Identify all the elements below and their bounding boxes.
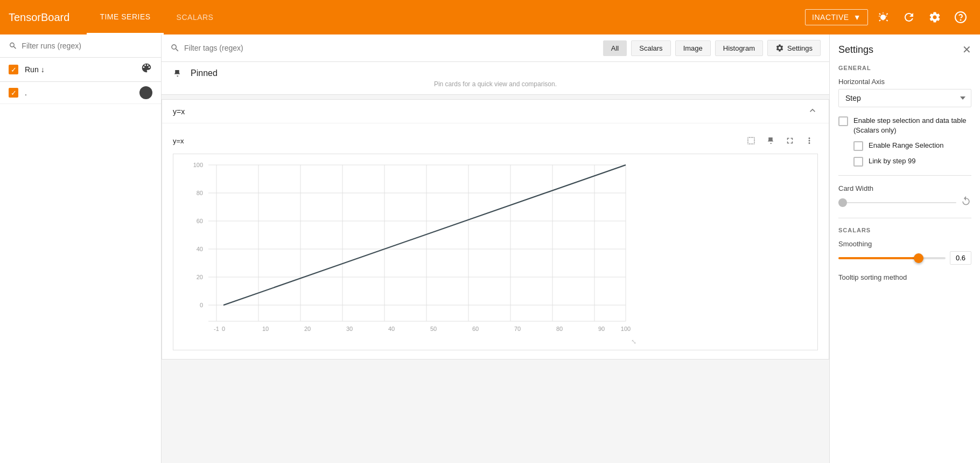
settings-btn-icon [775,44,784,52]
line-chart: 100 80 60 40 20 0 -1 0 10 20 30 [173,154,636,348]
sidebar-search-container [0,34,161,58]
runs-label: Run ↓ [25,65,45,74]
svg-text:40: 40 [388,326,395,332]
run-select-all-checkbox[interactable]: ✓ [9,65,18,74]
pinned-subtext: Pin cards for a quick view and compariso… [172,80,818,88]
chart-section-header: y=x [162,100,829,123]
svg-text:90: 90 [598,326,605,332]
pinned-header: Pinned [172,68,818,78]
svg-text:10: 10 [262,326,269,332]
chart-card-title: y=x [173,137,184,145]
svg-text:80: 80 [197,190,203,196]
sidebar: ✓ Run ↓ ✓ . [0,34,162,463]
horizontal-axis-select[interactable]: Step Relative Wall [838,89,971,107]
navbar: TensorBoard TIME SERIES SCALARS INACTIVE… [0,0,980,34]
tooltip-sorting-section: Tooltip sorting method [838,273,971,281]
settings-divider-1 [838,175,971,176]
enable-step-selection-checkbox[interactable] [838,116,848,126]
chart-card-actions [743,132,818,149]
content-toolbar: All Scalars Image Histogram Settings [162,34,829,62]
link-by-step-row: Link by step 99 [853,156,971,167]
chart-section-title: y=x [173,107,185,116]
svg-text:-1: -1 [214,326,219,332]
svg-text:0: 0 [222,326,225,332]
card-width-reset-icon[interactable] [961,196,971,209]
navbar-right: INACTIVE ▼ [805,6,971,28]
chart-card-header: y=x [173,132,818,149]
tab-scalars[interactable]: SCALARS [164,0,227,34]
svg-text:80: 80 [556,326,563,332]
chart-fit-button[interactable] [743,132,760,149]
run-item: ✓ . [0,82,161,104]
tooltip-sorting-label: Tooltip sorting method [838,273,971,281]
svg-text:30: 30 [346,326,353,332]
main-layout: ✓ Run ↓ ✓ . All Scalars Image Histogr [0,34,980,463]
pinned-section: Pinned Pin cards for a quick view and co… [162,62,829,95]
svg-text:40: 40 [197,246,203,252]
settings-close-button[interactable]: ✕ [962,43,971,56]
filter-scalars-button[interactable]: Scalars [631,40,670,56]
card-width-slider-row [838,196,971,209]
enable-step-selection-label: Enable step selection and data table (Sc… [853,116,971,135]
card-width-track [838,202,956,203]
indented-options: Enable Range Selection Link by step 99 [838,141,971,167]
enable-range-selection-checkbox[interactable] [853,141,863,151]
brightness-icon[interactable] [872,6,894,28]
svg-text:⤡: ⤡ [631,338,636,345]
svg-text:70: 70 [514,326,521,332]
chart-svg-container: 100 80 60 40 20 0 -1 0 10 20 30 [173,154,818,350]
horizontal-axis-label: Horizontal Axis [838,78,971,86]
card-width-section: Card Width [838,184,971,209]
tab-time-series[interactable]: TIME SERIES [87,0,163,34]
svg-text:60: 60 [197,218,203,224]
help-icon[interactable] [950,6,971,28]
filter-search-icon [170,43,180,53]
refresh-icon[interactable] [898,6,920,28]
card-width-label: Card Width [838,184,971,192]
scalars-section-label: SCALARS [838,227,971,233]
chart-pin-button[interactable] [762,132,779,149]
run-checkbox[interactable]: ✓ [9,88,18,98]
enable-step-selection-row: Enable step selection and data table (Sc… [838,116,971,135]
filter-histogram-button[interactable]: Histogram [715,40,763,56]
chart-section: y=x y=x [162,99,829,360]
svg-line-39 [223,165,626,305]
content-area: All Scalars Image Histogram Settings Pin… [162,34,829,463]
app-brand: TensorBoard [9,11,69,24]
smoothing-thumb[interactable] [914,253,923,263]
chart-card: y=x [162,123,829,359]
svg-point-1 [961,20,961,20]
enable-range-selection-row: Enable Range Selection [853,141,971,151]
color-palette-icon[interactable] [141,62,152,77]
link-by-step-checkbox[interactable] [853,157,863,167]
filter-all-button[interactable]: All [603,40,627,56]
settings-panel-header: Settings ✕ [838,43,971,56]
run-name: . [25,88,27,97]
search-icon [9,41,17,51]
svg-text:100: 100 [621,326,631,332]
svg-text:0: 0 [200,302,203,308]
chart-fullscreen-button[interactable] [781,132,799,149]
settings-panel-title: Settings [838,44,873,56]
settings-button[interactable]: Settings [767,40,821,56]
card-width-thumb[interactable] [838,198,847,207]
smoothing-label: Smoothing [838,240,971,248]
settings-divider-2 [838,218,971,218]
chart-more-button[interactable] [801,132,818,149]
status-dropdown[interactable]: INACTIVE ▼ [805,9,868,25]
charts-area[interactable]: Pinned Pin cards for a quick view and co… [162,62,829,463]
filter-runs-input[interactable] [22,42,152,50]
enable-range-selection-label: Enable Range Selection [869,141,944,150]
pin-icon [172,68,182,78]
run-color-dot [139,86,152,99]
svg-text:60: 60 [472,326,479,332]
chart-collapse-button[interactable] [807,105,818,118]
svg-text:20: 20 [197,274,203,280]
smoothing-value[interactable]: 0.6 [950,251,971,265]
runs-header: ✓ Run ↓ [0,58,161,82]
filter-tags-input[interactable] [184,44,278,52]
settings-panel: Settings ✕ GENERAL Horizontal Axis Step … [829,34,980,463]
filter-image-button[interactable]: Image [675,40,711,56]
smoothing-track [838,257,946,259]
settings-icon[interactable] [924,6,946,28]
